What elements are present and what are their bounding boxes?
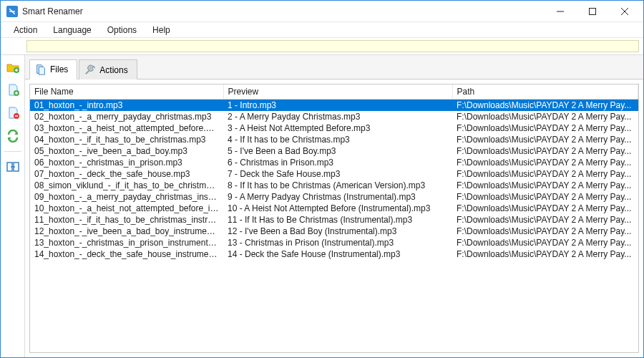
- cell-filename: 07_hoxton_-_deck_the_safe_house.mp3: [30, 168, 223, 180]
- cell-path: F:\Downloads\Music\PAYDAY 2 A Merry Pay.…: [452, 134, 638, 145]
- cell-filename: 03_hoxton_-_a_heist_not_attempted_before…: [30, 122, 223, 134]
- cell-filename: 09_hoxton_-_a_merry_payday_christmas_ins…: [30, 191, 223, 203]
- maximize-button[interactable]: [576, 1, 608, 21]
- table-row[interactable]: 07_hoxton_-_deck_the_safe_house.mp37 - D…: [30, 168, 638, 180]
- table-row[interactable]: 11_hoxton_-_if_it_has_to_be_christmas_in…: [30, 214, 638, 226]
- cell-filename: 11_hoxton_-_if_it_has_to_be_christmas_in…: [30, 214, 223, 226]
- tabs: Files Actions: [25, 55, 643, 79]
- file-table-container: File Name Preview Path 01_hoxton_-_intro…: [29, 84, 639, 353]
- menu-options[interactable]: Options: [100, 24, 144, 37]
- table-row[interactable]: 05_hoxton_-_ive_been_a_bad_boy.mp35 - I'…: [30, 145, 638, 157]
- cell-path: F:\Downloads\Music\PAYDAY 2 A Merry Pay.…: [452, 122, 638, 134]
- col-filename[interactable]: File Name: [30, 84, 223, 100]
- files-icon: [34, 63, 47, 76]
- cell-path: F:\Downloads\Music\PAYDAY 2 A Merry Pay.…: [452, 214, 638, 226]
- table-row[interactable]: 06_hoxton_-_christmas_in_prison.mp36 - C…: [30, 157, 638, 168]
- table-row[interactable]: 01_hoxton_-_intro.mp31 - Intro.mp3F:\Dow…: [30, 100, 638, 112]
- cell-preview: 9 - A Merry Padyay Christmas (Instrument…: [223, 191, 452, 203]
- cell-preview: 6 - Christmas in Prison.mp3: [223, 157, 452, 168]
- add-file-button[interactable]: [4, 81, 22, 100]
- cell-path: F:\Downloads\Music\PAYDAY 2 A Merry Pay.…: [452, 168, 638, 180]
- menu-help[interactable]: Help: [145, 24, 177, 37]
- wrench-icon: [84, 64, 97, 77]
- cell-preview: 3 - A Heist Not Attempted Before.mp3: [223, 122, 452, 134]
- table-row[interactable]: 12_hoxton_-_ive_been_a_bad_boy_instrumen…: [30, 226, 638, 237]
- menu-language[interactable]: Language: [46, 24, 98, 37]
- sidebar-divider: [4, 151, 21, 152]
- cell-filename: 12_hoxton_-_ive_been_a_bad_boy_instrumen…: [30, 226, 223, 237]
- app-icon: [6, 6, 18, 17]
- table-row[interactable]: 14_hoxton_-_deck_the_safe_house_instrume…: [30, 248, 638, 260]
- cell-filename: 05_hoxton_-_ive_been_a_bad_boy.mp3: [30, 145, 223, 157]
- table-row[interactable]: 13_hoxton_-_christmas_in_prison_instrume…: [30, 237, 638, 248]
- cell-path: F:\Downloads\Music\PAYDAY 2 A Merry Pay.…: [452, 203, 638, 214]
- cell-filename: 04_hoxton_-_if_it_has_to_be_christmas.mp…: [30, 134, 223, 145]
- cell-path: F:\Downloads\Music\PAYDAY 2 A Merry Pay.…: [452, 111, 638, 122]
- cell-filename: 06_hoxton_-_christmas_in_prison.mp3: [30, 157, 223, 168]
- sidebar: [1, 55, 25, 357]
- refresh-button[interactable]: [4, 127, 22, 145]
- titlebar: Smart Renamer: [1, 1, 643, 22]
- cell-path: F:\Downloads\Music\PAYDAY 2 A Merry Pay.…: [452, 100, 638, 112]
- cell-preview: 1 - Intro.mp3: [223, 100, 452, 112]
- cell-filename: 08_simon_viklund_-_if_it_has_to_be_chris…: [30, 180, 223, 191]
- cell-preview: 14 - Deck the Safe House (Instrumental).…: [223, 248, 452, 260]
- tab-actions-label: Actions: [99, 65, 127, 75]
- cell-preview: 4 - If It has to be Christmas.mp3: [223, 134, 452, 145]
- table-row[interactable]: 10_hoxton_-_a_heist_not_attempted_before…: [30, 203, 638, 214]
- menubar: Action Language Options Help: [1, 22, 643, 38]
- pattern-input[interactable]: [26, 40, 639, 52]
- svg-rect-0: [589, 8, 595, 14]
- cell-path: F:\Downloads\Music\PAYDAY 2 A Merry Pay.…: [452, 191, 638, 203]
- cell-path: F:\Downloads\Music\PAYDAY 2 A Merry Pay.…: [452, 226, 638, 237]
- table-row[interactable]: 09_hoxton_-_a_merry_payday_christmas_ins…: [30, 191, 638, 203]
- minimize-button[interactable]: [544, 1, 576, 21]
- remove-file-button[interactable]: [4, 104, 22, 122]
- cell-filename: 10_hoxton_-_a_heist_not_attempted_before…: [30, 203, 223, 214]
- cell-preview: 10 - A Heist Not Attempted Before (Instr…: [223, 203, 452, 214]
- table-row[interactable]: 08_simon_viklund_-_if_it_has_to_be_chris…: [30, 180, 638, 191]
- cell-preview: 11 - If It Has to Be Christmas (Instrume…: [223, 214, 452, 226]
- cell-filename: 13_hoxton_-_christmas_in_prison_instrume…: [30, 237, 223, 248]
- tab-actions[interactable]: Actions: [79, 59, 137, 79]
- cell-path: F:\Downloads\Music\PAYDAY 2 A Merry Pay.…: [452, 237, 638, 248]
- close-button[interactable]: [608, 1, 640, 21]
- col-preview[interactable]: Preview: [223, 84, 452, 100]
- tab-files-label: Files: [50, 64, 68, 74]
- toolstrip: [1, 38, 643, 55]
- cell-filename: 01_hoxton_-_intro.mp3: [30, 100, 223, 112]
- cell-preview: 7 - Deck the Safe House.mp3: [223, 168, 452, 180]
- cell-preview: 2 - A Merry Payday Christmas.mp3: [223, 111, 452, 122]
- cell-preview: 8 - If It has to be Christmas (American …: [223, 180, 452, 191]
- cell-preview: 13 - Christmas in Prison (Instrumental).…: [223, 237, 452, 248]
- table-row[interactable]: 02_hoxton_-_a_merry_payday_christmas.mp3…: [30, 111, 638, 122]
- cell-filename: 14_hoxton_-_deck_the_safe_house_instrume…: [30, 248, 223, 260]
- layout-button[interactable]: [4, 158, 22, 176]
- add-folder-button[interactable]: [4, 58, 22, 77]
- table-row[interactable]: 03_hoxton_-_a_heist_not_attempted_before…: [30, 122, 638, 134]
- file-table[interactable]: File Name Preview Path 01_hoxton_-_intro…: [30, 84, 638, 260]
- table-row[interactable]: 04_hoxton_-_if_it_has_to_be_christmas.mp…: [30, 134, 638, 145]
- cell-path: F:\Downloads\Music\PAYDAY 2 A Merry Pay.…: [452, 180, 638, 191]
- col-path[interactable]: Path: [452, 84, 638, 100]
- cell-filename: 02_hoxton_-_a_merry_payday_christmas.mp3: [30, 111, 223, 122]
- cell-path: F:\Downloads\Music\PAYDAY 2 A Merry Pay.…: [452, 157, 638, 168]
- tab-files[interactable]: Files: [29, 59, 77, 79]
- cell-preview: 12 - I've Been a Bad Boy (Instrumental).…: [223, 226, 452, 237]
- cell-path: F:\Downloads\Music\PAYDAY 2 A Merry Pay.…: [452, 145, 638, 157]
- cell-path: F:\Downloads\Music\PAYDAY 2 A Merry Pay.…: [452, 248, 638, 260]
- menu-action[interactable]: Action: [6, 24, 44, 37]
- cell-preview: 5 - I've Been a Bad Boy.mp3: [223, 145, 452, 157]
- window-title: Smart Renamer: [22, 6, 83, 16]
